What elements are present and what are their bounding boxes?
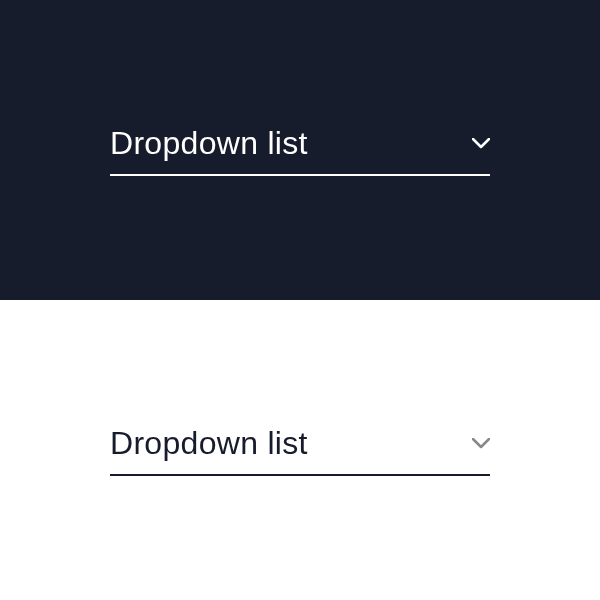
light-theme-panel: Dropdown list: [0, 300, 600, 600]
chevron-down-icon: [472, 438, 490, 449]
dropdown-label: Dropdown list: [110, 425, 308, 462]
chevron-down-icon: [472, 138, 490, 149]
dropdown-light[interactable]: Dropdown list: [110, 425, 490, 476]
dropdown-dark[interactable]: Dropdown list: [110, 125, 490, 176]
dark-theme-panel: Dropdown list: [0, 0, 600, 300]
dropdown-label: Dropdown list: [110, 125, 308, 162]
